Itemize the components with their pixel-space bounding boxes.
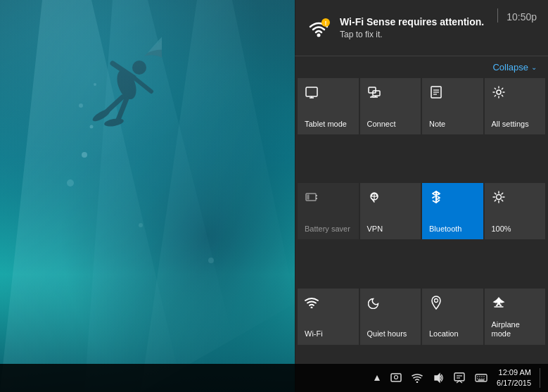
svg-point-54: [311, 306, 313, 308]
svg-point-10: [103, 118, 124, 128]
tile-connect-label: Connect: [367, 120, 396, 129]
svg-point-55: [435, 298, 438, 302]
action-center-panel: ! Wi-Fi Sense requires attention. Tap to…: [295, 0, 548, 392]
chevron-down-icon: ⌄: [531, 63, 537, 71]
airplane-mode-icon: [492, 296, 506, 310]
tile-vpn[interactable]: VPN: [360, 183, 421, 239]
quiet-hours-icon: [367, 296, 381, 310]
tile-bluetooth-label: Bluetooth: [429, 225, 461, 234]
tile-all-settings-label: All settings: [492, 120, 529, 129]
quick-actions-grid: Tablet mode Connect: [295, 78, 548, 392]
notification-subtitle: Tap to fix it.: [340, 30, 489, 39]
clock-area[interactable]: 12:09 AM 6/17/2015: [494, 366, 534, 391]
svg-line-53: [495, 200, 496, 201]
notification-content: Wi-Fi Sense requires attention. Tap to f…: [340, 16, 489, 39]
tile-all-settings[interactable]: All settings: [485, 78, 546, 134]
svg-marker-61: [435, 374, 440, 382]
clock-time: 12:09 AM: [499, 367, 531, 378]
tile-vpn-label: VPN: [367, 225, 383, 234]
tile-tablet-mode-label: Tablet mode: [305, 120, 347, 129]
tile-tablet-mode[interactable]: Tablet mode: [298, 78, 359, 134]
svg-point-16: [139, 223, 143, 227]
tile-brightness[interactable]: 100%: [485, 183, 546, 239]
tile-note-label: Note: [429, 120, 445, 129]
svg-point-34: [497, 90, 501, 94]
tile-bluetooth[interactable]: Bluetooth: [422, 183, 483, 239]
notification-time: 10:50p: [497, 8, 537, 23]
clock-date: 6/17/2015: [497, 378, 531, 388]
tablet-mode-icon: [305, 85, 319, 99]
svg-marker-2: [141, 0, 295, 392]
volume-icon[interactable]: [429, 369, 447, 386]
tile-brightness-label: 100%: [492, 225, 511, 234]
diver-illustration: [91, 28, 162, 155]
svg-marker-0: [0, 0, 183, 392]
wifi-sense-icon: !: [306, 15, 331, 41]
svg-point-4: [132, 61, 146, 75]
collapse-label: Collapse: [492, 62, 528, 72]
tile-battery-saver-label: Battery saver: [305, 225, 350, 234]
tile-airplane-mode[interactable]: Airplane mode: [485, 289, 546, 345]
svg-point-11: [82, 152, 87, 158]
svg-point-59: [395, 376, 398, 379]
network-icon[interactable]: [408, 370, 426, 386]
keyboard-icon[interactable]: [471, 371, 491, 385]
svg-point-15: [67, 179, 74, 186]
svg-text:!: !: [325, 20, 327, 27]
taskbar-left: [0, 364, 295, 392]
note-icon: [429, 85, 443, 99]
battery-saver-icon: [305, 190, 319, 204]
svg-marker-57: [374, 375, 380, 381]
show-hidden-icons-button[interactable]: [370, 372, 384, 384]
svg-point-14: [94, 83, 96, 86]
action-center-icon[interactable]: [450, 369, 469, 386]
svg-rect-24: [369, 87, 376, 93]
notification-area[interactable]: ! Wi-Fi Sense requires attention. Tap to…: [295, 0, 548, 56]
svg-rect-21: [306, 87, 317, 96]
settings-icon: [492, 85, 506, 99]
svg-point-12: [90, 125, 94, 129]
svg-line-50: [495, 194, 496, 195]
svg-point-60: [416, 381, 419, 383]
show-desktop-button[interactable]: [540, 368, 542, 388]
svg-line-7: [106, 97, 122, 113]
brightness-icon: [492, 190, 506, 204]
svg-point-45: [496, 195, 501, 200]
svg-rect-58: [391, 374, 401, 381]
tablet-mode-taskbar-icon[interactable]: [387, 369, 405, 386]
tile-wifi[interactable]: Wi-Fi: [298, 289, 359, 345]
tile-note[interactable]: Note: [422, 78, 483, 134]
tile-wifi-label: Wi-Fi: [305, 329, 323, 339]
svg-point-3: [113, 67, 140, 102]
location-icon: [429, 296, 443, 310]
tile-location-label: Location: [429, 329, 459, 339]
svg-marker-1: [84, 0, 246, 392]
collapse-button[interactable]: Collapse ⌄: [492, 62, 537, 72]
svg-point-17: [208, 258, 214, 263]
notification-title: Wi-Fi Sense requires attention.: [340, 16, 489, 27]
svg-line-8: [118, 99, 127, 120]
connect-icon: [367, 85, 381, 99]
svg-point-9: [91, 108, 112, 124]
svg-line-6: [134, 77, 151, 91]
collapse-bar: Collapse ⌄: [295, 56, 548, 78]
svg-rect-38: [307, 195, 310, 200]
svg-line-52: [502, 194, 503, 195]
desktop-wallpaper: [0, 0, 295, 392]
taskbar: 12:09 AM 6/17/2015: [0, 364, 548, 392]
tile-quiet-hours[interactable]: Quiet hours: [360, 289, 421, 345]
svg-line-51: [502, 200, 503, 201]
svg-line-5: [113, 63, 134, 77]
bluetooth-icon: [429, 190, 443, 204]
tile-connect[interactable]: Connect: [360, 78, 421, 134]
svg-point-18: [317, 33, 321, 37]
tile-location[interactable]: Location: [422, 289, 483, 345]
wifi-icon: [305, 296, 319, 310]
tile-airplane-mode-label: Airplane mode: [492, 320, 539, 339]
svg-point-13: [79, 103, 83, 108]
svg-rect-62: [454, 373, 464, 381]
tile-battery-saver[interactable]: Battery saver: [298, 183, 359, 239]
vpn-icon: [367, 190, 381, 204]
tile-quiet-hours-label: Quiet hours: [367, 329, 407, 339]
